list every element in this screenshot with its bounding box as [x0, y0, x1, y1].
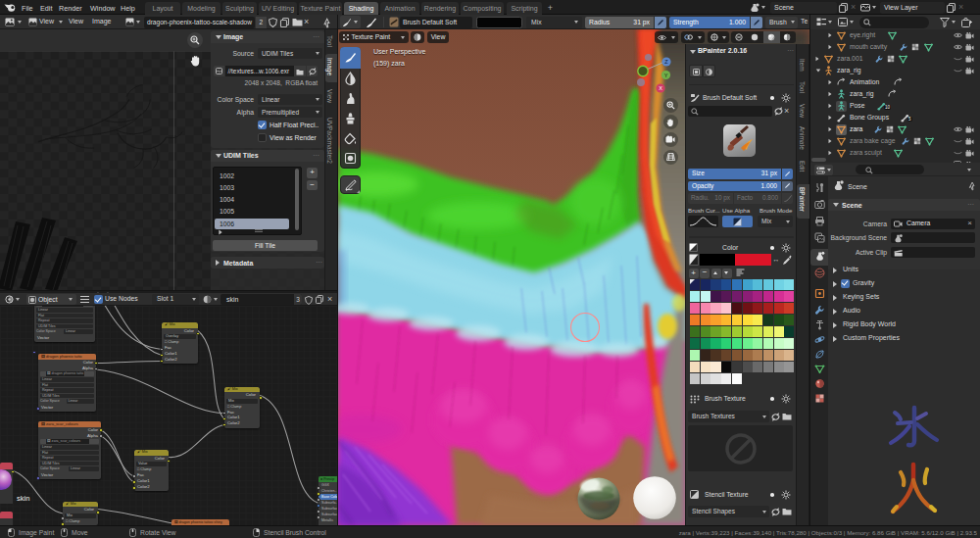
- svg-text:Y: Y: [664, 73, 668, 78]
- svg-text:X: X: [659, 85, 662, 91]
